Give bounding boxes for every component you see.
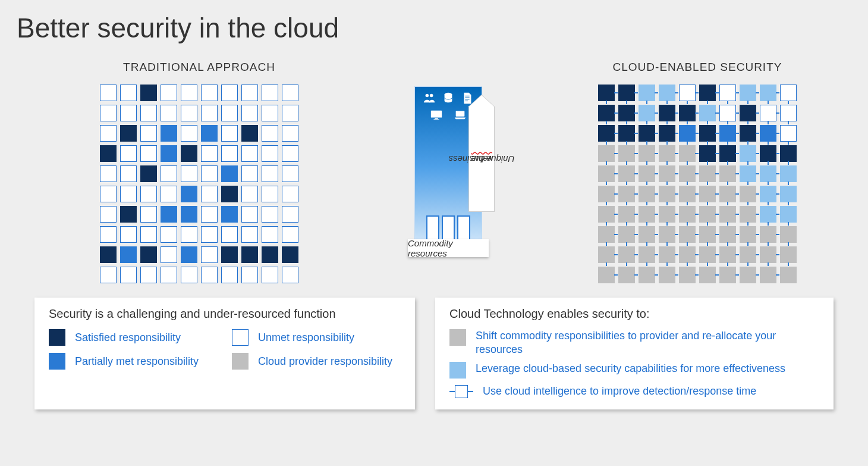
- grid-cell: [780, 246, 797, 263]
- grid-cell: [140, 267, 157, 283]
- grid-cell: [161, 206, 177, 223]
- grid-cell: [780, 186, 797, 202]
- grid-cell: [679, 85, 696, 101]
- grid-cell: [618, 165, 635, 182]
- server-icon: [426, 215, 439, 240]
- grid-cell: [161, 145, 177, 162]
- grid-cell: [282, 105, 298, 121]
- grid-cell: [760, 165, 776, 182]
- grid-cell: [598, 125, 615, 142]
- grid-cell: [181, 85, 197, 101]
- grid-cell: [598, 165, 615, 182]
- grid-cell: [282, 145, 298, 162]
- grid-cell: [241, 246, 258, 263]
- legend-item: Unmet responsibility: [232, 329, 401, 346]
- grid-cell: [659, 125, 675, 142]
- laptop-icon: [450, 108, 470, 121]
- grid-cell: [282, 125, 298, 142]
- grid-cell: [598, 85, 615, 101]
- benefit-label: Shift commodity responsibilities to prov…: [476, 329, 819, 356]
- grid-cell: [221, 267, 238, 283]
- grid-cell: [740, 105, 756, 121]
- grid-cell: [241, 226, 258, 243]
- grid-cell: [120, 125, 137, 142]
- grid-cell: [161, 246, 177, 263]
- grid-cell: [760, 267, 776, 283]
- svg-rect-3: [431, 111, 442, 118]
- grid-cell: [740, 125, 756, 142]
- traditional-column: TRADITIONAL APPROACH: [100, 61, 298, 283]
- top-row: TRADITIONAL APPROACH: [17, 61, 851, 283]
- grid-cell: [740, 246, 756, 263]
- grid-cell: [100, 226, 117, 243]
- grid-cell: [282, 186, 298, 202]
- benefit-item: Leverage cloud-based security capabiliti…: [449, 362, 819, 379]
- grid-cell: [181, 186, 197, 202]
- grid-cell: [100, 105, 117, 121]
- grid-cell: [618, 85, 635, 101]
- grid-cell: [241, 125, 258, 142]
- grid-cell: [679, 267, 696, 283]
- pillar-wrap: Unique business value Commodity resource…: [395, 87, 502, 246]
- grid-cell: [140, 85, 157, 101]
- grid-cell: [598, 186, 615, 202]
- grid-cell: [780, 125, 797, 142]
- grid-cell: [221, 85, 238, 101]
- grid-cell: [679, 186, 696, 202]
- benefit-label: Use cloud intelligence to improve detect…: [483, 384, 756, 398]
- legend-swatch: [232, 353, 249, 370]
- grid-cell: [639, 125, 655, 142]
- grid-cell: [201, 246, 218, 263]
- grid-cell: [639, 85, 655, 101]
- cloud-column: CLOUD-ENABLED SECURITY: [598, 61, 797, 283]
- grid-cell: [780, 267, 797, 283]
- grid-cell: [598, 105, 615, 121]
- benefit-swatch: [449, 362, 466, 379]
- grid-cell: [639, 267, 655, 283]
- grid-cell: [659, 85, 675, 101]
- grid-cell: [100, 267, 117, 283]
- legend-item: Satisfied responsibility: [49, 329, 218, 346]
- grid-cell: [201, 85, 218, 101]
- grid-cell: [241, 165, 258, 182]
- grid-cell: [639, 145, 655, 162]
- grid-cell: [221, 246, 238, 263]
- grid-cell: [679, 246, 696, 263]
- grid-cell: [659, 206, 675, 223]
- grid-cell: [659, 186, 675, 202]
- grid-cell: [161, 186, 177, 202]
- cloud-grid: [598, 85, 797, 283]
- grid-cell: [262, 226, 278, 243]
- legend-label: Partially met responsibility: [75, 355, 199, 368]
- grid-cell: [120, 246, 137, 263]
- grid-cell: [181, 145, 197, 162]
- grid-cell: [221, 105, 238, 121]
- grid-cell: [719, 125, 736, 142]
- grid-cell: [618, 105, 635, 121]
- grid-cell: [120, 206, 137, 223]
- grid-cell: [659, 145, 675, 162]
- benefits-heading: Cloud Technology enables security to:: [449, 307, 819, 321]
- grid-cell: [201, 186, 218, 202]
- grid-cell: [262, 246, 278, 263]
- grid-cell: [120, 226, 137, 243]
- grid-cell: [262, 165, 278, 182]
- grid-cell: [201, 206, 218, 223]
- grid-cell: [241, 85, 258, 101]
- grid-cell: [659, 226, 675, 243]
- grid-cell: [201, 267, 218, 283]
- grid-cell: [740, 85, 756, 101]
- grid-cell: [100, 145, 117, 162]
- grid-cell: [760, 186, 776, 202]
- commodity-label: Commodity resources: [408, 239, 489, 257]
- benefit-item: Shift commodity responsibilities to prov…: [449, 329, 819, 356]
- grid-cell: [161, 165, 177, 182]
- grid-cell: [699, 206, 716, 223]
- grid-cell: [282, 267, 298, 283]
- legend-label: Cloud provider responsibility: [258, 355, 392, 368]
- grid-cell: [618, 226, 635, 243]
- grid-cell: [740, 267, 756, 283]
- grid-cell: [679, 165, 696, 182]
- grid-cell: [262, 267, 278, 283]
- grid-cell: [282, 165, 298, 182]
